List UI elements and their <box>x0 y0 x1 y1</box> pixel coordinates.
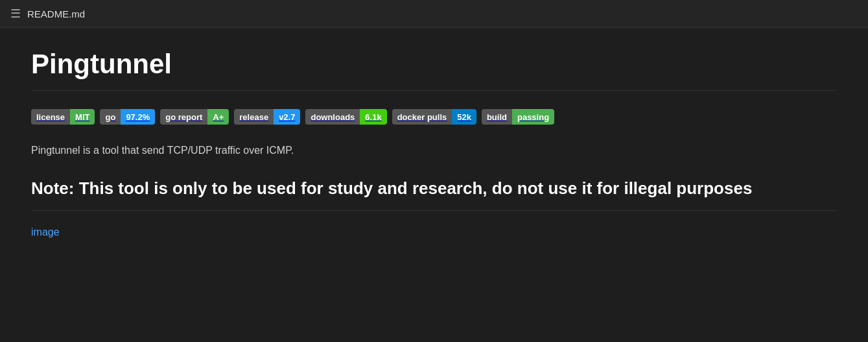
page-title: Pingtunnel <box>31 49 837 91</box>
build-badge-left: build <box>482 109 512 125</box>
go-report-badge[interactable]: go report A+ <box>160 109 229 125</box>
downloads-badge-left: downloads <box>305 109 360 125</box>
note-heading: Note: This tool is only to be used for s… <box>31 177 837 211</box>
menu-icon: ☰ <box>10 6 21 21</box>
docker-pulls-badge[interactable]: docker pulls 52k <box>392 109 476 125</box>
go-badge[interactable]: go 97.2% <box>100 109 155 125</box>
badges-row: license MIT go 97.2% go report A+ releas… <box>31 109 837 125</box>
description-text: Pingtunnel is a tool that send TCP/UDP t… <box>31 143 837 158</box>
license-badge[interactable]: license MIT <box>31 109 95 125</box>
go-report-badge-right: A+ <box>207 109 229 125</box>
go-report-badge-left: go report <box>160 109 207 125</box>
go-badge-left: go <box>100 109 121 125</box>
license-badge-right: MIT <box>70 109 95 125</box>
header-title: README.md <box>27 8 85 19</box>
docker-pulls-badge-right: 52k <box>452 109 476 125</box>
image-link[interactable]: image <box>31 226 60 238</box>
release-badge-right: v2.7 <box>274 109 300 125</box>
release-badge-left: release <box>234 109 274 125</box>
header-bar: ☰ README.md <box>0 0 868 28</box>
license-badge-left: license <box>31 109 70 125</box>
build-badge[interactable]: build passing <box>482 109 554 125</box>
build-badge-right: passing <box>512 109 554 125</box>
go-badge-right: 97.2% <box>121 109 155 125</box>
release-badge[interactable]: release v2.7 <box>234 109 300 125</box>
downloads-badge[interactable]: downloads 6.1k <box>305 109 386 125</box>
readme-content: Pingtunnel license MIT go 97.2% go repor… <box>0 28 868 259</box>
downloads-badge-right: 6.1k <box>360 109 386 125</box>
docker-pulls-badge-left: docker pulls <box>392 109 452 125</box>
